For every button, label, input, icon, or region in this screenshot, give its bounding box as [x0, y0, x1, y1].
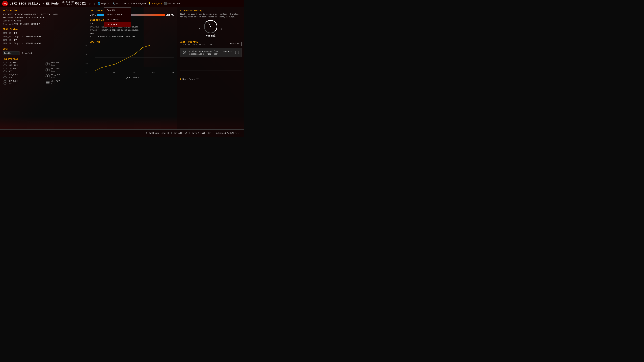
fan-rpm-cha-fan3: N/A: [9, 76, 18, 79]
dimm-b2-value: Kingston 16384MB 4800MHz: [14, 42, 42, 45]
dimm-a1-row: DIMM_A1: N/A: [3, 32, 84, 35]
boot-menu-button[interactable]: ✱ Boot Menu(F8): [180, 77, 242, 81]
boot-item-label-0: Windows Boot Manager (M.2_1: KINGSTON SK…: [189, 50, 232, 56]
svg-rect-18: [47, 82, 48, 83]
speed-value: 4300 MHz: [11, 20, 21, 22]
boot-priority-desc: Choose one and drag the items.: [180, 43, 213, 45]
dimm-a1-label: DIMM_A1:: [3, 32, 14, 34]
nav-search[interactable]: ? Search(F9): [131, 2, 146, 5]
fan-info-cha-fan2: CHA_FAN2 N/A: [51, 67, 60, 73]
fan-profile-section: FAN Profile CPU_FAN: [3, 58, 84, 85]
info-model-row: ROG STRIX X870E-E GAMING WIFI BIOS Ver. …: [3, 13, 84, 16]
dimm-a2-value: Kingston 16384MB 4800MHz: [14, 35, 42, 38]
sata-3-row: SATA6G_3: KINGSTON SA400S371920G (1920.3…: [90, 25, 174, 29]
dimm-b1-value: N/A: [14, 39, 17, 41]
temp-bar-area: 26°C 35°C: [90, 13, 174, 17]
m2-1-row: M.2_1: KINGSTON SKC3000S1024G (1024.2GB): [90, 35, 174, 38]
app-title: UEFI BIOS Utility - EZ Mode: [10, 2, 59, 5]
boot-item-drag-handle[interactable]: ⋮⋮: [234, 51, 240, 54]
info-model: ROG STRIX X870E-E GAMING WIFI BIOS Ver. …: [3, 13, 58, 16]
nav-english[interactable]: 🌐 English: [98, 2, 110, 5]
chart-y-labels: 100 % 50 0: [86, 44, 88, 74]
nvme-label-row: NVME:: [90, 32, 174, 35]
fan-grid: CPU_FAN 1104 RPM CPU_OPT N/A: [3, 61, 84, 85]
fan-rpm-cha-fan1: N/A: [9, 70, 18, 72]
boot-drive-icon: [182, 50, 188, 56]
aura-dropdown-menu: All On Stealth Mode Aura Only Aura Off: [104, 7, 131, 27]
fan-name-cha-fan2: CHA_FAN2: [51, 67, 60, 70]
dimm-b1-row: DIMM_B1: N/A: [3, 38, 84, 42]
nav-resizebar-label: ReSize BAR: [168, 2, 180, 5]
switch-all-button[interactable]: Switch all: [227, 42, 242, 46]
dimm-a2-label: DIMM_A2:: [3, 35, 14, 38]
qfan-control-button[interactable]: QFan Control: [90, 75, 174, 80]
nav-aioc[interactable]: 🔧 AI OC(F11): [112, 2, 129, 5]
aura-option-aura-only[interactable]: Aura Only: [104, 17, 131, 22]
nav-aura[interactable]: 💡 AURA(F4): [148, 2, 162, 5]
settings-icon[interactable]: ⚙: [89, 2, 90, 5]
qdashboard-button[interactable]: Q-Dashboard(Insert): [144, 132, 172, 134]
cpu-temp-value: 35°C: [166, 13, 174, 17]
fan-info-cpu-opt: CPU_OPT N/A: [51, 61, 59, 66]
next-profile-button[interactable]: ›: [221, 27, 223, 31]
cpu-fan-title: CPU FAN: [90, 40, 174, 43]
aura-option-stealth-mode[interactable]: Stealth Mode: [104, 12, 131, 17]
info-memory-row: Memory: 32768 MB (DDR5 6400MHz): [3, 23, 84, 26]
default-button[interactable]: Default(F5): [172, 132, 190, 134]
fan-icon-cha-fan4: [45, 74, 50, 79]
nav-english-label: English: [101, 2, 110, 5]
fan-name-cpu-fan: CPU_FAN: [9, 61, 18, 64]
search-question-icon: ?: [131, 2, 132, 5]
svg-point-24: [184, 52, 185, 53]
prev-profile-button[interactable]: ‹: [198, 27, 200, 31]
fan-item-cpu-fan: CPU_FAN 1104 RPM: [3, 61, 42, 66]
resizebar-icon: ⬛: [164, 2, 167, 5]
nav-resizebar[interactable]: ⬛ ReSize BAR: [164, 2, 180, 5]
boot-item-0[interactable]: Windows Boot Manager (M.2_1: KINGSTON SK…: [180, 48, 242, 57]
advanced-mode-button[interactable]: Advanced Mode(F7) ⏎: [214, 132, 242, 134]
boot-separator: [180, 70, 242, 71]
time-display: 00:21: [75, 1, 86, 6]
fan-name-cha-fan1: CHA_FAN1: [9, 67, 18, 70]
header-divider: |: [94, 2, 95, 5]
info-processor-row: AMD Ryzen 9 9950X 16-Core Processor: [3, 16, 84, 19]
fan-name-cha-fan5: CHA_FAN5: [9, 80, 18, 82]
fan-info-aio-pump: AIO_PUMP N/A: [51, 80, 60, 85]
aioc-icon: 🔧: [112, 2, 115, 5]
ez-tuning-title: EZ System Tuning: [180, 9, 242, 12]
fan-item-cha-fan3: CHA_FAN3 N/A: [3, 74, 42, 79]
aura-option-all-on[interactable]: All On: [104, 7, 131, 12]
fan-rpm-cpu-opt: N/A: [51, 64, 59, 66]
docp-section: DOCP Disabled DOCP I DOCP II Disabled: [3, 48, 84, 55]
bios-ver: BIOS Ver. 0501: [41, 13, 58, 16]
fan-info-cha-fan1: CHA_FAN1 N/A: [9, 67, 18, 73]
x-label-30: 30: [113, 72, 115, 74]
sata3-slot: SATA6G_3:: [90, 26, 100, 28]
tuning-gauge-area: ‹ Normal ›: [180, 20, 242, 37]
dram-section: DRAM Status DIMM_A1: N/A DIMM_A2: Kingst…: [3, 28, 84, 45]
asterisk-icon: ✱: [180, 77, 182, 81]
save-exit-button[interactable]: Save & Exit(F10): [190, 132, 214, 134]
sata4-drive: KINGSTON SEDC500M3840G (3840.7GB): [102, 29, 140, 31]
nav-aioc-label: AI OC(F11): [116, 2, 129, 5]
gauge-display: Normal: [204, 20, 217, 37]
fan-name-cha-fan4: CHA_FAN4: [51, 74, 60, 76]
boot-menu-label: Boot Menu(F8): [182, 78, 200, 80]
storage-title: Storage Information: [90, 18, 174, 21]
storage-section: Storage Information AHCI: SATA6G_3: KING…: [90, 18, 174, 38]
fan-icon-cha-fan2: [45, 68, 50, 72]
datetime-display: 09/27/2024 Friday: [62, 1, 74, 6]
fan-name-cha-fan3: CHA_FAN3: [9, 74, 18, 76]
m2-slot: M.2_1:: [90, 35, 97, 37]
aura-option-aura-off[interactable]: Aura Off: [104, 22, 131, 27]
boot-priority-title: Boot Priority: [180, 41, 213, 43]
fan-rpm-cpu-fan: 1104 RPM: [9, 64, 18, 66]
boot-priority-info: Boot Priority Choose one and drag the it…: [180, 41, 213, 47]
ez-tuning-desc: Click the icon below to apply a pre-conf…: [180, 13, 242, 18]
svg-rect-17: [46, 82, 47, 83]
docp-select[interactable]: Disabled DOCP I DOCP II: [3, 51, 20, 55]
fan-item-cha-fan1: CHA_FAN1 N/A: [3, 67, 42, 73]
nav-search-label: Search(F9): [133, 2, 146, 5]
y-label-0: 0: [86, 72, 88, 74]
boot-priority-section: Boot Priority Choose one and drag the it…: [180, 41, 242, 81]
